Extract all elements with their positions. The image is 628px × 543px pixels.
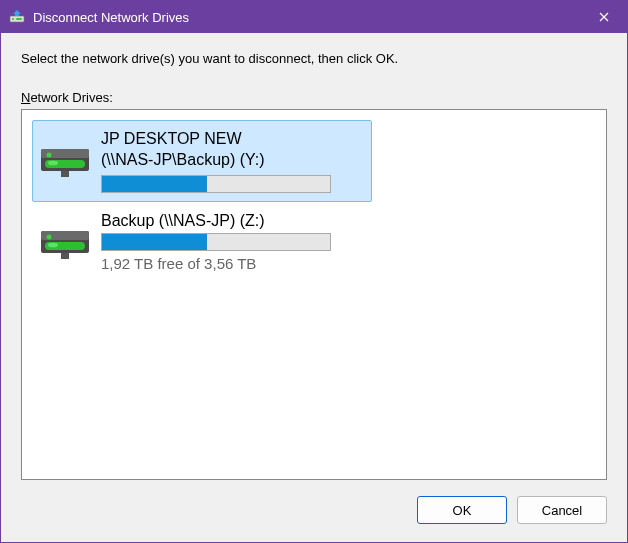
list-label: Network Drives: (21, 90, 607, 105)
list-label-accel: N (21, 90, 30, 105)
svg-rect-2 (16, 18, 22, 20)
window-title: Disconnect Network Drives (33, 10, 581, 25)
svg-point-7 (48, 161, 58, 166)
drive-path: (\\NAS-JP\Backup) (Y:) (101, 150, 365, 171)
svg-point-5 (47, 153, 52, 158)
dialog-window: Disconnect Network Drives Select the net… (0, 0, 628, 543)
instruction-text: Select the network drive(s) you want to … (21, 51, 607, 66)
client-area: Select the network drive(s) you want to … (1, 33, 627, 542)
app-icon (9, 9, 25, 25)
drive-name: JP DESKTOP NEW (101, 129, 365, 150)
usage-fill (102, 234, 207, 250)
usage-bar (101, 175, 331, 193)
network-drive-icon (39, 211, 91, 266)
drive-name: Backup (\\NAS-JP) (Z:) (101, 211, 365, 232)
drive-item-y[interactable]: JP DESKTOP NEW (\\NAS-JP\Backup) (Y:) (32, 120, 372, 202)
svg-point-13 (48, 242, 58, 247)
svg-rect-14 (61, 253, 69, 259)
ok-button[interactable]: OK (417, 496, 507, 524)
drive-text: Backup (\\NAS-JP) (Z:) 1,92 TB free of 3… (101, 211, 365, 273)
titlebar: Disconnect Network Drives (1, 1, 627, 33)
svg-rect-8 (61, 171, 69, 177)
svg-point-1 (12, 18, 14, 20)
drive-text: JP DESKTOP NEW (\\NAS-JP\Backup) (Y:) (101, 129, 365, 193)
dialog-buttons: OK Cancel (21, 496, 607, 524)
usage-bar (101, 233, 331, 251)
usage-fill (102, 176, 207, 192)
network-drives-list[interactable]: JP DESKTOP NEW (\\NAS-JP\Backup) (Y:) (21, 109, 607, 480)
close-button[interactable] (581, 1, 627, 33)
svg-point-11 (47, 234, 52, 239)
close-icon (599, 12, 609, 22)
cancel-button[interactable]: Cancel (517, 496, 607, 524)
drive-item-z[interactable]: Backup (\\NAS-JP) (Z:) 1,92 TB free of 3… (32, 202, 372, 282)
list-label-rest: etwork Drives: (30, 90, 112, 105)
network-drive-icon (39, 129, 91, 184)
drive-free-text: 1,92 TB free of 3,56 TB (101, 255, 365, 272)
